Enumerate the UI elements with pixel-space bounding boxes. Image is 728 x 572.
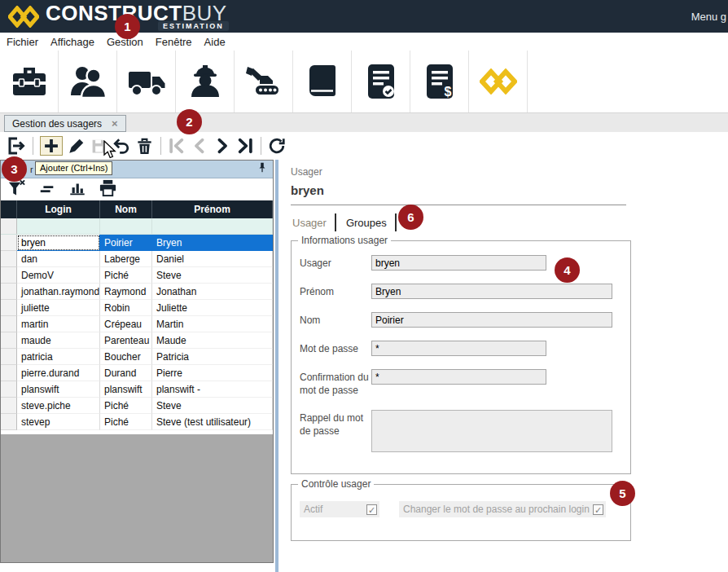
tab-close-icon[interactable]: × [112,117,118,130]
next-record-button[interactable] [213,137,231,155]
tab-gestion-des-usagers[interactable]: Gestion des usagers × [4,115,126,132]
last-record-button[interactable] [236,137,254,155]
annotation-badge-5: 5 [610,481,635,506]
add-button[interactable] [40,136,63,156]
next-record-icon [213,137,231,155]
prenom-input[interactable]: Bryen [371,284,612,299]
edit-button[interactable] [68,137,86,155]
user-list-panel: r [0,160,274,563]
toolbox-icon [11,63,48,100]
row-selector [1,381,17,398]
row-selector [1,267,17,284]
table-row[interactable]: maudeParenteauMaude [1,332,273,349]
rappel-mot-de-passe-label: Rappel du mot de passe [300,410,371,452]
table-row[interactable]: steve.pichePichéSteve [1,398,273,414]
actif-checkbox-label: Actif [304,504,322,515]
table-row[interactable]: jonathan.raymondRaymondJonathan [1,284,273,300]
add-button-tooltip: Ajouter (Ctrl+Ins) [35,161,112,175]
table-row[interactable]: pierre.durandDurandPierre [1,365,273,381]
exit-icon [7,136,26,156]
change-password-checkbox[interactable]: Changer le mot de passe au prochain logi… [399,501,606,517]
row-selector [1,284,17,300]
print-icon[interactable] [99,178,117,200]
table-row[interactable]: danLabergeDaniel [1,251,273,267]
menu-item-fichier[interactable]: Fichier [7,36,38,48]
row-selector [1,365,17,381]
document-dollar-button[interactable]: $ [410,51,469,112]
document-check-button[interactable] [352,51,410,112]
usager-input[interactable]: bryen [371,255,546,271]
annotation-badge-3: 3 [2,156,27,182]
controle-usager-legend: Contrôle usager [298,478,374,490]
table-row[interactable]: stevepPichéSteve (test utilisateur) [1,414,273,430]
mot-de-passe-label: Mot de passe [300,341,371,356]
nom-label: Nom [300,312,371,328]
row-selector [1,235,17,251]
menu-item-aide[interactable]: Aide [204,36,226,48]
controle-usager-group: Contrôle usager Actif✓Changer le mot de … [291,484,631,541]
column-header-nom[interactable]: Nom [100,200,152,218]
table-row[interactable]: planswiftplanswiftplanswift - [1,381,273,398]
delete-button[interactable] [135,137,154,156]
record-title: bryen [291,183,626,205]
toolbar-separator [261,137,261,155]
confirmation-mot-de-passe-label: Confirmation du mot de passe [300,369,371,397]
column-header-selector [1,200,17,218]
change-password-checkbox-label: Changer le mot de passe au prochain logi… [403,504,590,515]
change-password-checkbox-box[interactable]: ✓ [593,504,603,515]
users-button[interactable] [59,51,117,112]
book-button[interactable] [293,51,352,112]
annotation-badge-6: 6 [398,205,423,230]
grid-filter-row[interactable] [1,218,273,235]
table-row[interactable]: bryenPoirierBryen [1,235,273,251]
actif-checkbox-box[interactable]: ✓ [366,504,377,515]
actif-checkbox[interactable]: Actif✓ [300,501,379,517]
exit-button[interactable] [7,136,26,156]
toolbox-button[interactable] [0,51,59,112]
first-record-icon [168,137,186,155]
tab-usager[interactable]: Usager [291,217,335,229]
table-row[interactable]: julietteRobinJuliette [1,300,273,316]
tab-groupes[interactable]: Groupes [344,217,395,229]
truck-button[interactable] [117,51,176,112]
column-header-login[interactable]: Login [17,200,100,218]
informations-usager-legend: Informations usager [298,235,391,246]
table-row[interactable]: patriciaBoucherPatricia [1,349,273,365]
row-selector [1,251,17,267]
table-row[interactable]: DemoVPichéSteve [1,267,273,284]
brand-subtitle: ESTIMATION [158,21,229,31]
confirmation-mot-de-passe-input[interactable]: * [371,369,546,385]
pin-icon[interactable] [257,161,268,177]
info-fields: UsagerbryenPrénomBryenNomPoirierMot de p… [300,255,622,452]
previous-record-icon [191,137,208,155]
column-header-prénom[interactable]: Prénom [152,200,273,218]
first-record-button[interactable] [168,137,186,155]
excavator-button[interactable] [235,51,293,112]
filter-clear-icon[interactable] [7,178,26,200]
tab-separator [335,213,336,231]
constructbuy-module-button[interactable] [469,51,528,112]
header-right-menu[interactable]: Menu g [691,11,726,23]
control-checkboxes: Actif✓Changer le mot de passe au prochai… [300,501,622,517]
menu-item-affichage[interactable]: Affichage [50,36,94,48]
rappel-mot-de-passe-input[interactable] [371,410,612,452]
menubar: FichierAffichageGestionFenêtreAide [0,33,728,51]
table-row[interactable]: martinCrépeauMartin [1,316,273,332]
menu-item-fenêtre[interactable]: Fenêtre [156,36,192,48]
previous-record-button[interactable] [191,137,208,155]
excavator-icon [245,63,283,100]
informations-usager-group: Informations usager UsagerbryenPrénomBry… [291,240,631,474]
nom-input[interactable]: Poirier [371,312,612,328]
filter-row-selector [1,218,17,234]
worker-button[interactable] [176,51,235,112]
rows-icon[interactable] [38,179,56,200]
document-dollar-icon: $ [421,63,458,100]
tabbar: Gestion des usagers × [0,112,728,132]
toolbar-separator [160,137,161,155]
panel-splitter[interactable] [275,160,278,572]
mot-de-passe-input[interactable]: * [371,341,546,356]
refresh-button[interactable] [268,137,286,155]
app-header: CONSTRUCTBUY ESTIMATION Menu g [0,0,728,33]
chart-icon[interactable] [68,179,86,200]
edit-icon [68,137,86,155]
